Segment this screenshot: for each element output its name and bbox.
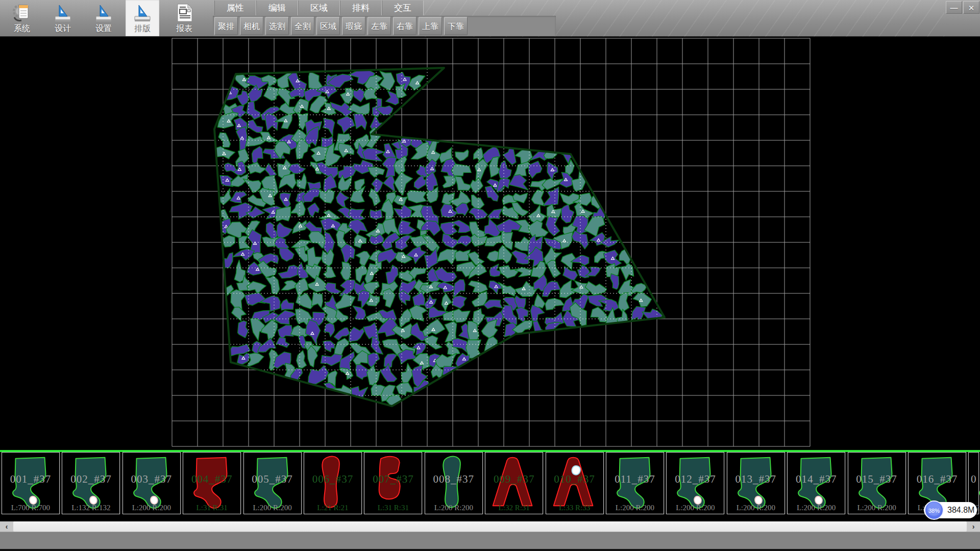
piece-counts: L:700 R:700 — [2, 504, 59, 512]
scrollbar-thumb[interactable] — [13, 521, 967, 532]
piece-name: 005_#37 — [244, 473, 301, 486]
piece-thumbnail-strip: 001_#37L:700 R:700 002_#37L:132 R:132 00… — [0, 452, 980, 514]
piece-name: 011_#37 — [606, 473, 664, 486]
piece-thumbnail-015_#37[interactable]: 015_#37L:200 R:200 — [848, 452, 906, 514]
toolbar: 系统 设计 设置 排版 报表 属性编辑区域排料交互 聚排相机选割 — [0, 0, 980, 37]
gear-icon — [11, 2, 33, 23]
nesting-canvas-svg — [0, 37, 980, 450]
piece-name: 012_#37 — [667, 473, 724, 486]
nesting-canvas[interactable] — [0, 37, 980, 450]
memory-value: 384.8M — [947, 502, 974, 518]
app-tab-label: 排版 — [126, 23, 159, 34]
piece-counts: L:200 R:200 — [606, 504, 664, 512]
ruler-icon — [52, 2, 74, 23]
piece-counts: L:200 R:200 — [123, 504, 180, 512]
report-icon — [178, 4, 192, 21]
app-tab-系统[interactable]: 系统 — [5, 0, 39, 36]
app-tab-label: 报表 — [167, 23, 201, 34]
close-button[interactable]: ✕ — [963, 1, 979, 14]
app-tab-排版[interactable]: 排版 — [126, 0, 159, 36]
ruler-icon — [96, 5, 111, 21]
piece-thumbnail-001_#37[interactable]: 001_#37L:700 R:700 — [2, 452, 60, 514]
piece-thumbnail-014_#37[interactable]: 014_#37L:200 R:200 — [787, 452, 845, 514]
piece-name: 0 — [969, 473, 978, 486]
scroll-left-icon[interactable]: ‹ — [0, 521, 13, 532]
menu-bar: 属性编辑区域排料交互 — [214, 1, 424, 15]
menu-item-交互[interactable]: 交互 — [382, 1, 424, 15]
tool-button-上靠[interactable]: 上靠 — [419, 17, 442, 35]
piece-name: 007_#37 — [364, 473, 422, 486]
piece-name: 004_#37 — [183, 473, 240, 486]
window-bottom-edge — [0, 549, 980, 551]
piece-name: 008_#37 — [425, 473, 482, 486]
app-tab-设置[interactable]: 设置 — [87, 0, 120, 36]
memory-usage-badge[interactable]: 38% 384.8M — [924, 502, 977, 518]
tool-button-下靠[interactable]: 下靠 — [444, 17, 468, 35]
ruler-icon — [135, 5, 150, 21]
piece-counts: L:200 R:200 — [667, 504, 724, 512]
piece-name: 001_#37 — [2, 473, 59, 486]
piece-counts: L:200 R:200 — [848, 504, 905, 512]
piece-name: 003_#37 — [123, 473, 180, 486]
piece-thumbnail-011_#37[interactable]: 011_#37L:200 R:200 — [606, 452, 664, 514]
piece-counts: L:21 R:21 — [304, 504, 361, 512]
piece-thumbnail-013_#37[interactable]: 013_#37L:200 R:200 — [727, 452, 785, 514]
piece-thumbnail-006_#37[interactable]: 006_#37L:21 R:21 — [304, 452, 362, 514]
menu-item-排料[interactable]: 排料 — [340, 1, 382, 15]
piece-name: 006_#37 — [304, 473, 361, 486]
piece-thumbnail-007_#37[interactable]: 007_#37L:31 R:31 — [364, 452, 422, 514]
app-tab-报表[interactable]: 报表 — [167, 0, 201, 36]
piece-name: 016_#37 — [909, 473, 966, 486]
tool-button-左靠[interactable]: 左靠 — [368, 17, 391, 35]
tool-button-瑕疵[interactable]: 瑕疵 — [342, 17, 365, 35]
application-window: 系统 设计 设置 排版 报表 属性编辑区域排料交互 聚排相机选割 — [0, 0, 980, 551]
menu-item-编辑[interactable]: 编辑 — [256, 1, 298, 15]
piece-name: 013_#37 — [727, 473, 785, 486]
tool-bar: 聚排相机选割全割区域瑕疵左靠右靠上靠下靠 — [214, 17, 470, 35]
piece-thumbnail-002_#37[interactable]: 002_#37L:132 R:132 — [62, 452, 120, 514]
minimize-button[interactable]: — — [946, 1, 962, 14]
ruler-icon — [55, 5, 70, 21]
usage-percent-indicator: 38% — [924, 500, 944, 520]
piece-counts: L:33 R:33 — [546, 504, 603, 512]
piece-thumbnail-009_#37[interactable]: 009_#37L:32 R:31 — [485, 452, 543, 514]
tool-button-相机[interactable]: 相机 — [240, 17, 263, 35]
piece-thumbnail-012_#37[interactable]: 012_#37L:200 R:200 — [666, 452, 724, 514]
ruler-icon — [132, 2, 153, 23]
tool-button-全割[interactable]: 全割 — [291, 17, 314, 35]
piece-counts: L:32 R:31 — [485, 504, 543, 512]
piece-thumbnail-004_#37[interactable]: 004_#37L:31 R:31 — [183, 452, 241, 514]
piece-thumbnail-010_#37[interactable]: 010_#37L:33 R:33 — [546, 452, 604, 514]
piece-counts: L:200 R:200 — [425, 504, 482, 512]
scroll-right-icon[interactable]: › — [967, 521, 980, 532]
app-tab-设计[interactable]: 设计 — [46, 0, 80, 36]
piece-counts: L:200 R:200 — [244, 504, 301, 512]
tool-button-聚排[interactable]: 聚排 — [214, 17, 238, 35]
ruler-icon — [93, 2, 114, 23]
piece-counts: L:31 R:31 — [183, 504, 240, 512]
piece-name: 015_#37 — [848, 473, 905, 486]
app-tab-label: 设置 — [87, 23, 120, 34]
piece-name: 009_#37 — [485, 473, 543, 486]
tool-button-右靠[interactable]: 右靠 — [393, 17, 416, 35]
tool-button-选割[interactable]: 选割 — [265, 17, 289, 35]
status-bar — [0, 532, 980, 549]
piece-counts: L:132 R:132 — [62, 504, 119, 512]
app-tab-label: 设计 — [46, 23, 80, 34]
horizontal-scrollbar[interactable]: ‹ › — [0, 521, 980, 532]
strip-gap — [0, 514, 980, 521]
gear-icon — [14, 5, 28, 20]
piece-counts: L:31 R:31 — [364, 504, 422, 512]
menu-item-属性[interactable]: 属性 — [214, 1, 256, 15]
piece-thumbnail-003_#37[interactable]: 003_#37L:200 R:200 — [122, 452, 181, 514]
piece-name: 002_#37 — [62, 473, 119, 486]
piece-name: 014_#37 — [788, 473, 845, 486]
piece-counts: L:200 R:200 — [727, 504, 785, 512]
piece-thumbnail-008_#37[interactable]: 008_#37L:200 R:200 — [425, 452, 483, 514]
menu-item-区域[interactable]: 区域 — [298, 1, 340, 15]
app-tab-label: 系统 — [5, 23, 39, 34]
piece-name: 010_#37 — [546, 473, 603, 486]
piece-counts: L:200 R:200 — [788, 504, 845, 512]
piece-thumbnail-005_#37[interactable]: 005_#37L:200 R:200 — [243, 452, 302, 514]
tool-button-区域[interactable]: 区域 — [316, 17, 340, 35]
